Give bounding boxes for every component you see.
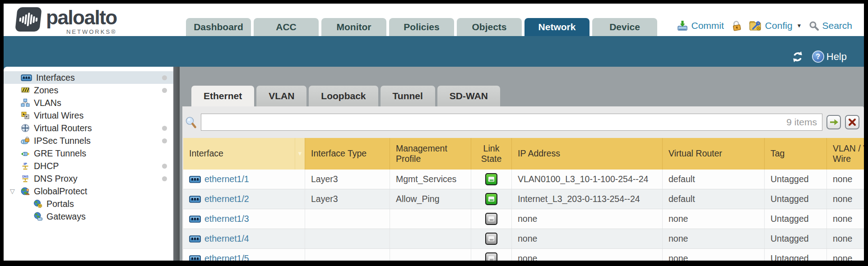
dns-proxy-icon: DNS [21, 174, 30, 183]
interface-link[interactable]: ethernet1/4 [189, 234, 249, 244]
virtual-wires-icon [21, 111, 30, 120]
column-sort-dropdown[interactable]: ▼ [295, 138, 305, 170]
sidebar-item-portals[interactable]: Portals [4, 197, 173, 210]
lock-icon [731, 20, 742, 32]
sidebar-item-gateways[interactable]: Gateways [4, 210, 173, 223]
main-panel: Ethernet VLAN Loopback Tunnel SD-WAN 9 [180, 67, 864, 261]
items-count: 9 items [786, 117, 817, 128]
tab-monitor[interactable]: Monitor [321, 18, 386, 36]
cell-link-state [471, 249, 512, 261]
ethernet-port-icon [189, 176, 201, 183]
cell-tag: Untagged [765, 189, 827, 209]
tab-device[interactable]: Device [592, 18, 657, 36]
column-header-link-state[interactable]: Link State [471, 138, 512, 170]
interface-link[interactable]: ethernet1/5 [189, 253, 249, 261]
ethernet-port-icon [189, 216, 201, 223]
cell-virtual-router: none [663, 229, 765, 248]
link-state-icon [485, 173, 497, 185]
cell-interface-type [305, 209, 390, 229]
link-state-icon [485, 213, 497, 225]
table-row: ethernet1/3 none none Untagged none [183, 209, 864, 229]
sidebar-item-zones[interactable]: Zones [4, 84, 173, 96]
link-state-icon [485, 252, 497, 261]
sidebar-item-vlans[interactable]: VLANs [4, 96, 173, 109]
cell-virtual-router: default [663, 189, 765, 209]
cell-mgmt-profile: Allow_Ping [390, 189, 471, 209]
tab-objects[interactable]: Objects [457, 18, 522, 36]
status-dot [162, 138, 167, 143]
help-button[interactable]: ? Help [812, 50, 847, 63]
commit-button[interactable]: Commit [677, 20, 724, 32]
cell-vlan: none [827, 170, 864, 189]
help-label: Help [826, 51, 847, 63]
sidebar-item-dhcp[interactable]: IP DHCP [4, 160, 173, 172]
sidebar-item-virtual-routers[interactable]: Virtual Routers [4, 122, 173, 134]
cell-link-state [471, 229, 512, 248]
refresh-icon[interactable] [790, 51, 805, 63]
search-link[interactable]: Search [809, 20, 852, 31]
cell-vlan: none [827, 229, 864, 248]
apply-filter-button[interactable] [826, 115, 841, 129]
cell-virtual-router: none [663, 209, 765, 229]
column-header-ip-address[interactable]: IP Address [512, 138, 663, 170]
cell-tag: Untagged [765, 170, 827, 189]
subtab-ethernet[interactable]: Ethernet [191, 86, 254, 106]
cell-ip-address: VLAN0100_L3_10-1-100-254--24 [512, 170, 663, 189]
tab-policies[interactable]: Policies [389, 18, 454, 36]
help-icon: ? [812, 50, 824, 63]
interface-link[interactable]: ethernet1/3 [189, 214, 249, 224]
sidebar-item-interfaces[interactable]: Interfaces [4, 71, 173, 84]
vlans-icon [21, 98, 30, 107]
column-header-virtual-router[interactable]: Virtual Router [663, 138, 765, 170]
cell-virtual-router: none [663, 249, 765, 261]
cell-ip-address: none [512, 209, 663, 229]
ethernet-port-icon [189, 255, 201, 261]
expand-triangle-icon[interactable]: ▽ [10, 188, 15, 195]
link-state-icon [485, 193, 497, 205]
interface-link[interactable]: ethernet1/2 [189, 194, 249, 204]
subtab-vlan[interactable]: VLAN [256, 86, 306, 106]
column-header-vlan-virtual-wire[interactable]: VLAN / Virtual Wire [827, 138, 864, 170]
config-label: Config [765, 20, 793, 31]
cell-vlan: none [827, 209, 864, 229]
utility-links: Commit [677, 20, 852, 32]
sidebar-item-virtual-wires[interactable]: Virtual Wires [4, 109, 173, 122]
sidebar-item-ipsec-tunnels[interactable]: IPSec Tunnels [4, 134, 173, 147]
sidebar-resize-handle[interactable] [173, 67, 180, 261]
subtab-tunnel[interactable]: Tunnel [381, 86, 435, 106]
interfaces-icon [21, 74, 32, 81]
subtab-loopback[interactable]: Loopback [309, 86, 378, 106]
svg-text:IP: IP [23, 162, 27, 166]
sidebar-item-gre-tunnels[interactable]: GRE Tunnels [4, 147, 173, 160]
brand-name: paloalto [46, 7, 117, 28]
portals-icon [33, 199, 42, 208]
pan-os-window: paloalto NETWORKS® Dashboard ACC Monitor… [0, 0, 868, 266]
subtab-sdwan[interactable]: SD-WAN [437, 86, 500, 106]
interface-subtabs: Ethernet VLAN Loopback Tunnel SD-WAN [191, 86, 500, 106]
cell-vlan: none [827, 249, 864, 261]
tab-acc[interactable]: ACC [254, 18, 319, 36]
tab-dashboard[interactable]: Dashboard [186, 18, 251, 36]
cell-vlan: none [827, 189, 864, 209]
column-header-tag[interactable]: Tag [765, 138, 827, 170]
clear-filter-button[interactable] [845, 115, 859, 129]
ipsec-tunnels-icon [21, 136, 30, 145]
filter-input-box: 9 items [201, 114, 822, 131]
column-header-interface[interactable]: Interface [183, 138, 295, 170]
config-menu[interactable]: Config ▼ [749, 20, 802, 32]
filter-input[interactable] [206, 117, 782, 127]
sidebar-item-globalprotect[interactable]: ▽ GlobalProtect [4, 185, 173, 197]
status-dot [162, 88, 167, 93]
cell-interface-type [305, 249, 390, 261]
column-header-management-profile[interactable]: Management Profile [390, 138, 471, 170]
lock-button[interactable] [731, 20, 742, 32]
table-row: ethernet1/2 Layer3 Allow_Ping Internet_L… [183, 189, 864, 209]
cell-tag: Untagged [765, 249, 827, 261]
sidebar-item-dns-proxy[interactable]: DNS DNS Proxy [4, 172, 173, 185]
main-nav-tabs: Dashboard ACC Monitor Policies Objects N… [186, 18, 657, 36]
status-dot [162, 176, 167, 181]
interface-link[interactable]: ethernet1/1 [189, 174, 249, 184]
column-header-interface-type[interactable]: Interface Type [305, 138, 390, 170]
table-header: Interface ▼ Interface Type Management Pr… [183, 138, 864, 170]
tab-network[interactable]: Network [525, 18, 589, 36]
